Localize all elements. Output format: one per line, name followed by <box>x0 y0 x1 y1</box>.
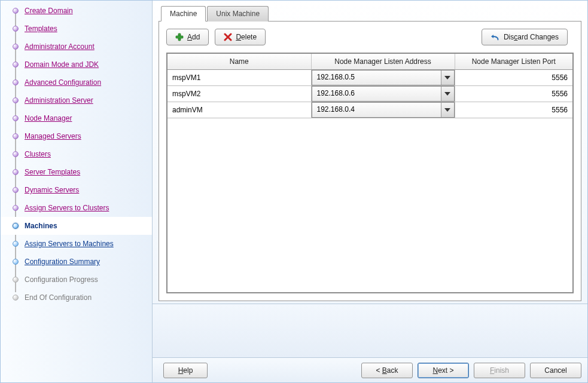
nav-item-clusters[interactable]: Clusters <box>1 145 152 163</box>
nav-item-advanced-configuration[interactable]: Advanced Configuration <box>1 73 152 91</box>
footer-bar: Help < Back Next > Finish Cancel <box>153 357 587 382</box>
nav-item-machines[interactable]: Machines <box>1 217 152 235</box>
wizard-sidebar: Create DomainTemplatesAdministrator Acco… <box>1 1 153 382</box>
machine-name-cell[interactable]: adminVM <box>167 103 311 117</box>
nav-item-label: Clusters <box>25 150 51 158</box>
add-button-label: Add <box>187 33 200 41</box>
nav-step-dot-icon <box>13 133 19 139</box>
nav-item-assign-servers-to-clusters[interactable]: Assign Servers to Clusters <box>1 199 152 217</box>
nav-item-templates[interactable]: Templates <box>1 20 152 38</box>
table-row[interactable]: mspVM1192.168.0.55556 <box>167 70 572 86</box>
back-button[interactable]: < Back <box>361 363 413 378</box>
listen-address-value: 192.168.0.6 <box>312 87 441 101</box>
undo-icon <box>490 33 500 41</box>
add-button[interactable]: Add <box>166 29 209 45</box>
app-window: Create DomainTemplatesAdministrator Acco… <box>0 0 588 383</box>
nav-step-dot-icon <box>13 151 19 157</box>
nav-item-dynamic-servers[interactable]: Dynamic Servers <box>1 181 152 199</box>
nav-item-server-templates[interactable]: Server Templates <box>1 163 152 181</box>
nav-item-label: Configuration Progress <box>25 275 98 284</box>
toolbar: Add Delete <box>166 29 574 45</box>
nav-item-label: Assign Servers to Clusters <box>25 204 109 212</box>
nav-step-dot-icon <box>13 44 19 50</box>
chevron-down-icon[interactable] <box>441 87 454 101</box>
svg-rect-1 <box>176 36 183 38</box>
delete-button-label: Delete <box>236 33 257 41</box>
chevron-down-icon[interactable] <box>441 71 454 85</box>
finish-button[interactable]: Finish <box>474 363 525 378</box>
machine-name-cell[interactable]: mspVM1 <box>167 71 311 84</box>
nav-step-dot-icon <box>13 62 19 68</box>
nav-step-dot-icon <box>13 223 19 229</box>
cancel-button[interactable]: Cancel <box>530 363 581 378</box>
nav-item-label: Managed Servers <box>25 132 81 140</box>
nav-item-domain-mode-and-jdk[interactable]: Domain Mode and JDK <box>1 56 152 73</box>
listen-address-value: 192.168.0.5 <box>312 71 441 85</box>
nav-item-administration-server[interactable]: Administration Server <box>1 91 152 109</box>
help-button[interactable]: Help <box>163 363 208 378</box>
nav-item-label: Advanced Configuration <box>25 78 101 87</box>
tab-unix-machine[interactable]: Unix Machine <box>207 6 269 22</box>
discard-changes-button[interactable]: Discard Changes <box>482 29 568 45</box>
nav-step-dot-icon <box>13 295 19 301</box>
nav-item-managed-servers[interactable]: Managed Servers <box>1 127 152 145</box>
nav-step-dot-icon <box>13 205 19 211</box>
nav-item-label: Templates <box>25 24 57 33</box>
nav-item-label: Administrator Account <box>25 42 95 51</box>
main-area: MachineUnix Machine Add <box>153 1 587 382</box>
nav-item-label: Configuration Summary <box>25 258 100 266</box>
nav-item-label: Create Domain <box>25 7 73 15</box>
nav-item-label: Dynamic Servers <box>25 186 79 194</box>
table-row[interactable]: mspVM2192.168.0.65556 <box>167 86 572 102</box>
nav-step-dot-icon <box>13 79 19 85</box>
table-row[interactable]: adminVM192.168.0.45556 <box>167 102 572 118</box>
nav-item-end-of-configuration: End Of Configuration <box>1 289 152 307</box>
nav-step-dot-icon <box>13 115 19 121</box>
nav-step-dot-icon <box>13 187 19 193</box>
col-header-name[interactable]: Name <box>167 54 311 70</box>
nav-item-label: Server Templates <box>25 168 80 176</box>
col-header-address[interactable]: Node Manager Listen Address <box>311 54 455 70</box>
nav-item-configuration-summary[interactable]: Configuration Summary <box>1 253 152 271</box>
tab-bar: MachineUnix Machine <box>159 5 581 21</box>
nav-item-label: Machines <box>25 222 57 230</box>
nav-item-configuration-progress: Configuration Progress <box>1 271 152 289</box>
listen-address-select[interactable]: 192.168.0.4 <box>312 102 455 118</box>
nav-item-administrator-account[interactable]: Administrator Account <box>1 38 152 56</box>
nav-item-label: End Of Configuration <box>25 293 92 302</box>
nav-item-node-manager[interactable]: Node Manager <box>1 109 152 127</box>
machine-name-cell[interactable]: mspVM2 <box>167 87 311 100</box>
nav-item-label: Assign Servers to Machines <box>25 240 114 248</box>
nav-step-dot-icon <box>13 169 19 175</box>
nav-list: Create DomainTemplatesAdministrator Acco… <box>1 2 152 307</box>
listen-port-cell[interactable]: 5556 <box>455 87 573 100</box>
tab-machine[interactable]: Machine <box>161 6 206 22</box>
nav-item-label: Node Manager <box>25 114 72 122</box>
nav-step-dot-icon <box>13 277 19 283</box>
machines-table-wrap: Name Node Manager Listen Address Node Ma… <box>166 53 574 293</box>
listen-port-cell[interactable]: 5556 <box>455 103 573 117</box>
next-button[interactable]: Next > <box>418 363 469 378</box>
delete-x-icon <box>224 33 232 41</box>
chevron-down-icon[interactable] <box>441 103 454 117</box>
delete-button[interactable]: Delete <box>215 29 266 45</box>
content-area: MachineUnix Machine Add <box>153 1 587 304</box>
col-header-port[interactable]: Node Manager Listen Port <box>455 54 572 70</box>
machines-table: Name Node Manager Listen Address Node Ma… <box>167 54 572 118</box>
nav-item-create-domain[interactable]: Create Domain <box>1 2 152 20</box>
nav-step-dot-icon <box>13 8 19 14</box>
nav-step-dot-icon <box>13 241 19 247</box>
nav-step-dot-icon <box>13 26 19 32</box>
listen-address-select[interactable]: 192.168.0.6 <box>312 86 455 102</box>
tab-body: Add Delete <box>159 21 581 301</box>
plus-icon <box>175 33 184 41</box>
listen-address-select[interactable]: 192.168.0.5 <box>312 70 455 85</box>
nav-step-dot-icon <box>13 259 19 265</box>
listen-address-value: 192.168.0.4 <box>312 103 441 117</box>
nav-item-label: Administration Server <box>25 96 93 105</box>
nav-item-assign-servers-to-machines[interactable]: Assign Servers to Machines <box>1 235 152 253</box>
listen-port-cell[interactable]: 5556 <box>455 71 573 84</box>
discard-changes-label: Discard Changes <box>504 33 559 41</box>
nav-item-label: Domain Mode and JDK <box>25 60 99 69</box>
nav-step-dot-icon <box>13 97 19 103</box>
